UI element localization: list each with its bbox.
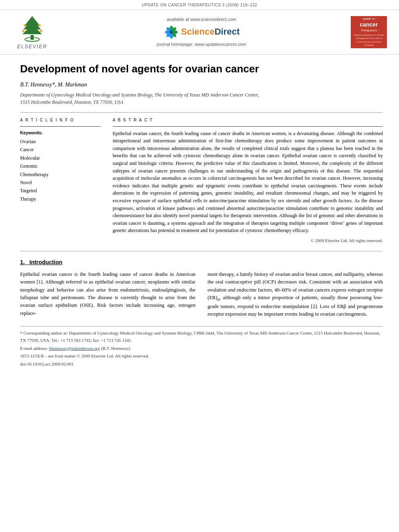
section-1-number: 1.	[20, 259, 25, 265]
article-info-col: A R T I C L E I N F O Keywords: Ovarian …	[20, 117, 101, 244]
svg-point-7	[22, 30, 25, 32]
elsevier-logo: ELSEVIER	[8, 14, 56, 50]
footnote-email-note: (B.T. Hennessy).	[101, 346, 131, 351]
info-divider	[20, 126, 101, 127]
footnote-issn: 1872-115X/$ – see front matter © 2009 El…	[20, 353, 383, 360]
article-title: Development of novel agents for ovarian …	[20, 63, 383, 75]
article-info-title: A R T I C L E I N F O	[20, 117, 101, 123]
section-1-heading: Introduction	[29, 259, 62, 265]
footnote-email-line: E-mail address: bhennessy@mdanderson.org…	[20, 345, 383, 352]
info-abstract-section: A R T I C L E I N F O Keywords: Ovarian …	[20, 117, 383, 244]
header-section: ELSEVIER available at www.sciencedirect.…	[0, 10, 399, 55]
affiliation-text: Departments of Gynecology Medical Oncolo…	[20, 92, 259, 105]
available-text: available at www.sciencedirect.com	[167, 16, 236, 23]
keyword-molecular: Molecular	[20, 154, 101, 162]
section-1: 1. Introduction Epithelial ovarian cance…	[20, 259, 383, 318]
elsevier-tree-icon	[16, 14, 48, 42]
abstract-title: A B S T R A C T	[113, 117, 383, 123]
svg-point-6	[38, 24, 41, 27]
section-1-right-col: ment therapy, a family history of ovaria…	[208, 271, 383, 318]
keyword-ovarian: Ovarian	[20, 138, 101, 146]
section-1-left-col: Epithelial ovarian cancer is the fourth …	[20, 271, 195, 318]
abstract-text: Epithelial ovarian cancer, the fourth le…	[113, 130, 383, 234]
journal-logo-therapeutics: Therapeutics	[361, 29, 377, 33]
journal-logo-description: Reports advances in clinical management …	[352, 33, 385, 47]
footnote-email-link[interactable]: bhennessy@mdanderson.org	[49, 346, 100, 351]
keyword-chemotherapy: Chemotherapy	[20, 170, 101, 179]
keyword-therapy: Therapy	[20, 195, 101, 203]
svg-point-5	[24, 24, 26, 27]
keyword-targeted: Targeted	[20, 187, 101, 195]
journal-logo-cancer: cancer	[360, 21, 378, 29]
authors: B.T. Hennessy*, M. Markman	[20, 81, 383, 89]
keywords-list: Ovarian Cancer Molecular Genomic Chemoth…	[20, 138, 101, 203]
abstract-col: A B S T R A C T Epithelial ovarian cance…	[113, 117, 383, 244]
footnote-corresponding: * Corresponding author at: Departments o…	[20, 330, 383, 344]
sd-wordmark: ScienceDirect	[181, 26, 240, 38]
footnote-corresponding-text: * Corresponding author at: Departments o…	[20, 331, 380, 343]
journal-logo-box: update on cancer Therapeutics Reports ad…	[351, 16, 387, 48]
header-center: available at www.sciencedirect.com Scien…	[60, 14, 343, 50]
elsevier-wordmark: ELSEVIER	[17, 43, 47, 50]
keyword-genomic: Genomic	[20, 162, 101, 170]
journal-citation: UPDATE ON CANCER THERAPEUTICS 3 (2009) 1…	[142, 3, 257, 7]
keyword-novel: Novel	[20, 179, 101, 187]
abstract-divider	[113, 126, 383, 127]
footnote-email-label: E-mail address:	[20, 346, 48, 351]
section-1-body: Epithelial ovarian cancer is the fourth …	[20, 271, 383, 318]
affiliation: Departments of Gynecology Medical Oncolo…	[20, 91, 383, 106]
keyword-cancer: Cancer	[20, 146, 101, 154]
main-content: Development of novel agents for ovarian …	[0, 55, 399, 377]
footnote-section: * Corresponding author at: Departments o…	[20, 326, 383, 368]
journal-logo-update: update on	[362, 17, 375, 21]
section-1-title: 1. Introduction	[20, 259, 383, 267]
journal-logo: update on cancer Therapeutics Reports ad…	[347, 14, 391, 50]
sciencedirect-logo: ScienceDirect	[163, 25, 240, 39]
copyright-line: © 2009 Elsevier Ltd. All rights reserved…	[113, 238, 383, 244]
author-names: B.T. Hennessy*, M. Markman	[20, 82, 87, 88]
body-divider	[20, 251, 383, 251]
journal-homepage-text: journal homepage: www.updateoncancer.com	[157, 41, 247, 47]
footnote-doi: doi:10.1016/j.uct.2009.02.001	[20, 361, 383, 368]
keywords-label: Keywords:	[20, 130, 101, 136]
section-1-right-text: ment therapy, a family history of ovaria…	[208, 271, 383, 318]
svg-point-8	[40, 30, 42, 32]
sd-flower-icon	[163, 25, 179, 39]
top-bar: UPDATE ON CANCER THERAPEUTICS 3 (2009) 1…	[0, 0, 399, 10]
section-1-text: Epithelial ovarian cancer is the fourth …	[20, 271, 195, 317]
header-divider	[20, 112, 383, 113]
